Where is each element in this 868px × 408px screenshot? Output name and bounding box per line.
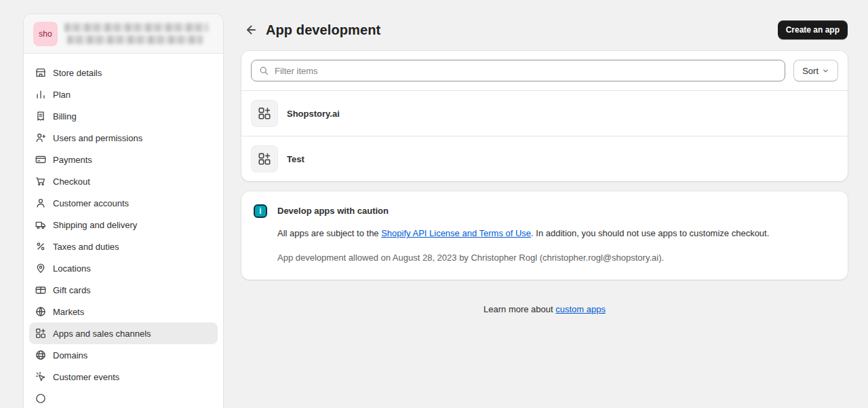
sidebar-item-label: Locations (53, 263, 91, 273)
settings-nav: Store details Plan Billing Users and per… (24, 54, 223, 408)
sort-button[interactable]: Sort (793, 60, 838, 81)
banner-body: All apps are subject to the Shopify API … (277, 227, 769, 240)
app-icon-tile (251, 100, 278, 127)
shipping-delivery-icon (35, 219, 47, 231)
apps-sales-channels-icon (35, 327, 47, 339)
domains-icon (35, 349, 47, 361)
sidebar-item-label: Users and permissions (53, 133, 142, 143)
taxes-duties-icon (35, 240, 47, 253)
api-license-link[interactable]: Shopify API License and Terms of Use (381, 228, 531, 238)
sidebar-item-partial[interactable] (29, 388, 218, 408)
banner-title: Develop apps with caution (277, 204, 769, 216)
store-header: sho (24, 14, 223, 54)
sidebar-item-customer-events[interactable]: Customer events (29, 366, 218, 388)
sidebar-item-billing[interactable]: Billing (29, 105, 218, 127)
settings-sidebar: sho Store details Plan Billing (23, 14, 224, 408)
custom-apps-link[interactable]: custom apps (555, 304, 606, 314)
store-name-redacted (64, 23, 208, 44)
sidebar-item-label: Plan (53, 90, 71, 99)
sidebar-item-shipping-and-delivery[interactable]: Shipping and delivery (29, 214, 218, 236)
markets-icon (35, 305, 47, 318)
sidebar-item-label: Shipping and delivery (53, 220, 137, 229)
sort-button-label: Sort (802, 66, 818, 76)
banner-allowed-note: App development allowed on August 28, 20… (277, 252, 769, 265)
sidebar-item-label: Store details (53, 68, 102, 77)
info-icon: i (254, 204, 267, 218)
footer-prefix: Learn more about (484, 304, 555, 314)
sidebar-item-locations[interactable]: Locations (29, 257, 218, 279)
sidebar-item-apps-and-sales-channels[interactable]: Apps and sales channels (29, 322, 218, 344)
banner-body-suffix: . In addition, you should not use apps t… (531, 228, 769, 238)
back-button[interactable] (241, 20, 260, 39)
main-content: App development Create an app Sort (241, 0, 848, 314)
app-name: Test (287, 154, 304, 164)
sidebar-item-label: Taxes and duties (53, 242, 119, 251)
back-arrow-icon (244, 23, 258, 37)
locations-icon (35, 262, 47, 274)
app-row-test[interactable]: Test (241, 136, 848, 181)
sidebar-item-taxes-and-duties[interactable]: Taxes and duties (29, 236, 218, 257)
app-name: Shopstory.ai (287, 109, 340, 119)
sidebar-item-users-and-permissions[interactable]: Users and permissions (29, 127, 218, 149)
sidebar-item-checkout[interactable]: Checkout (29, 170, 218, 192)
sidebar-item-label: Billing (53, 111, 77, 121)
sidebar-item-payments[interactable]: Payments (29, 149, 218, 170)
checkout-icon (35, 175, 47, 187)
sidebar-item-markets[interactable]: Markets (29, 301, 218, 322)
sidebar-item-store-details[interactable]: Store details (29, 62, 218, 84)
app-row-shopstory[interactable]: Shopstory.ai (241, 90, 848, 136)
plan-icon (35, 88, 47, 100)
store-avatar: sho (33, 22, 58, 46)
app-grid-icon (257, 151, 272, 166)
sidebar-item-plan[interactable]: Plan (29, 84, 218, 105)
app-grid-icon (257, 106, 272, 121)
app-icon-tile (251, 145, 278, 172)
payments-icon (35, 153, 47, 166)
caution-banner-card: i Develop apps with caution All apps are… (241, 191, 848, 280)
sidebar-item-gift-cards[interactable]: Gift cards (29, 279, 218, 301)
customer-events-icon (35, 371, 47, 383)
banner-body-prefix: All apps are subject to the (277, 228, 381, 238)
users-permissions-icon (35, 132, 47, 144)
filter-items-input[interactable] (251, 60, 785, 81)
page-header: App development Create an app (241, 0, 848, 39)
page-title: App development (266, 22, 380, 38)
billing-icon (35, 110, 47, 122)
create-an-app-button[interactable]: Create an app (778, 20, 848, 39)
sidebar-item-label: Apps and sales channels (53, 329, 151, 338)
gift-cards-icon (35, 284, 47, 296)
banner-content: Develop apps with caution All apps are s… (277, 204, 769, 265)
sidebar-item-label: Customer accounts (53, 198, 129, 208)
redacted-line-2 (67, 35, 203, 44)
store-details-icon (35, 67, 47, 79)
chevron-down-icon (822, 67, 829, 75)
sidebar-item-label: Payments (53, 155, 92, 164)
filter-box (251, 60, 785, 81)
partial-item-icon (35, 392, 47, 405)
sidebar-item-label: Domains (53, 350, 87, 360)
sidebar-item-label: Checkout (53, 177, 90, 186)
sidebar-item-label: Gift cards (53, 285, 91, 295)
apps-list-card: Sort Shopstory.ai Test (241, 51, 848, 181)
sidebar-item-domains[interactable]: Domains (29, 344, 218, 366)
filter-row: Sort (241, 51, 848, 90)
sidebar-item-label: Markets (53, 307, 84, 316)
footer-note: Learn more about custom apps (241, 304, 848, 314)
customer-accounts-icon (35, 197, 47, 209)
redacted-line-1 (64, 23, 208, 32)
sidebar-item-customer-accounts[interactable]: Customer accounts (29, 192, 218, 214)
sidebar-item-label: Customer events (53, 372, 119, 382)
